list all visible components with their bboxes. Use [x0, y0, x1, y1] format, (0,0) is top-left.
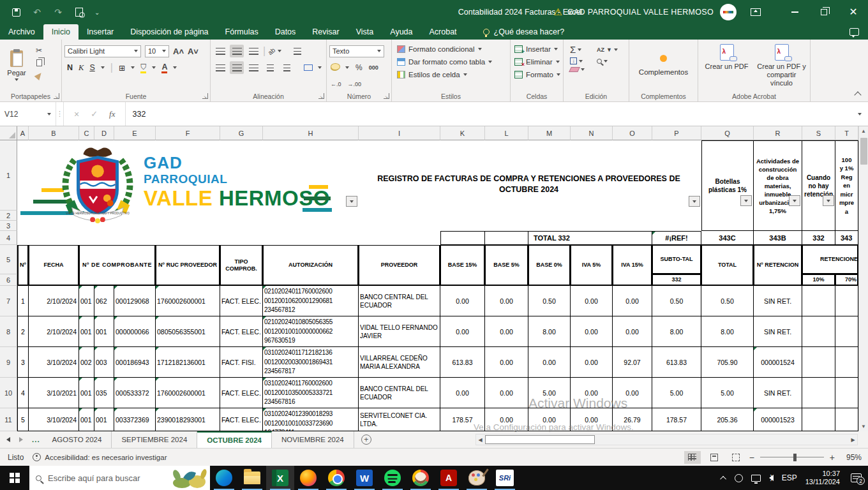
- cell-total[interactable]: 0.50: [701, 286, 754, 316]
- vertical-scrollbar[interactable]: ▲ ▼: [858, 126, 868, 431]
- cell-subtotal[interactable]: 0.50: [652, 286, 701, 316]
- network-icon[interactable]: [751, 475, 761, 482]
- zoom-level[interactable]: 95%: [840, 453, 862, 462]
- cell-iva15[interactable]: 26.79: [613, 408, 652, 431]
- column-t-header-cell[interactable]: 100 y 1% Reg en micr mpre a: [835, 140, 858, 231]
- cell-base15[interactable]: 613.83: [440, 347, 485, 378]
- cell-base5[interactable]: 0.00: [485, 378, 528, 408]
- dialog-launcher-icon[interactable]: [318, 93, 324, 99]
- report-title-cell[interactable]: REGISTRO DE FACTURAS DE COMPRA Y RETENCI…: [359, 140, 701, 231]
- paint-icon[interactable]: [463, 466, 491, 490]
- cell-ruc[interactable]: 1760002600001: [156, 286, 220, 316]
- cell-proveedor[interactable]: SERVITELCONET CIA. LTDA.: [359, 408, 440, 431]
- close-button[interactable]: ✕: [839, 0, 868, 24]
- scrollbar-thumb[interactable]: [485, 435, 595, 444]
- next-sheet-icon[interactable]: [19, 437, 23, 442]
- cell-n-retencion[interactable]: 000001523: [754, 408, 802, 431]
- fill-button[interactable]: ↓: [570, 57, 589, 64]
- cell-total[interactable]: 205.36: [701, 408, 754, 431]
- row-header[interactable]: 5: [0, 245, 17, 274]
- avatar[interactable]: [720, 4, 737, 20]
- addins-button[interactable]: Complementos: [632, 43, 695, 87]
- header-retenciones[interactable]: RETENCIONES: [802, 245, 858, 274]
- cell-343c[interactable]: 343C: [701, 231, 754, 245]
- cell-base5[interactable]: 0.00: [485, 316, 528, 347]
- collapse-ribbon-icon[interactable]: [854, 91, 861, 98]
- tab-insertar[interactable]: Insertar: [79, 24, 122, 40]
- notification-icon[interactable]: 2: [851, 473, 862, 482]
- conditional-formatting-button[interactable]: Formato condicional: [397, 43, 507, 56]
- tab-ayuda[interactable]: Ayuda: [382, 24, 421, 40]
- cell-comp2[interactable]: 001: [94, 408, 114, 431]
- cell-base0[interactable]: 5.00: [528, 378, 571, 408]
- row-header[interactable]: 10: [0, 378, 17, 408]
- align-center-icon[interactable]: [230, 61, 244, 74]
- delete-cells-button[interactable]: ×Eliminar: [514, 56, 560, 68]
- row-header[interactable]: 7: [0, 286, 17, 316]
- scroll-up-icon[interactable]: ▲: [859, 126, 868, 136]
- orientation-icon[interactable]: ab: [267, 46, 277, 56]
- cell-343[interactable]: 343: [835, 231, 858, 245]
- cell-proveedor[interactable]: VILLARREAL CEDEÑO MARIA ALEXANDRA: [359, 347, 440, 378]
- cut-icon[interactable]: ✂: [33, 45, 45, 55]
- row-header[interactable]: 1: [0, 140, 17, 211]
- cell-comp1[interactable]: 002: [79, 347, 94, 378]
- filter-dropdown-icon[interactable]: [689, 196, 700, 207]
- cell-iva5[interactable]: 0.00: [571, 316, 613, 347]
- column-header[interactable]: K: [440, 126, 485, 140]
- cell-base15[interactable]: 178.57: [440, 408, 485, 431]
- cell-empty[interactable]: [802, 408, 835, 431]
- bold-button[interactable]: N: [67, 63, 73, 72]
- filter-dropdown-icon[interactable]: [789, 195, 800, 206]
- header-proveedor[interactable]: PROVEEDOR: [359, 245, 440, 286]
- cell-332[interactable]: 332: [802, 231, 835, 245]
- tab-datos[interactable]: Datos: [267, 24, 304, 40]
- sheet-tab-septiembre[interactable]: SEPTIEMBRE 2024: [112, 431, 197, 448]
- header-n-retencion[interactable]: Nº RETENCION: [754, 245, 802, 286]
- header-base5[interactable]: BASE 5%: [485, 245, 528, 286]
- sri-icon[interactable]: SRi: [491, 466, 519, 490]
- cell-autorizacion[interactable]: 03102024012390018293 0012001001003372369…: [263, 408, 359, 431]
- increase-decimal-icon[interactable]: ←.0: [331, 81, 341, 87]
- excel-icon[interactable]: X: [266, 466, 294, 490]
- acrobat-icon[interactable]: A: [435, 466, 463, 490]
- cell-empty[interactable]: [485, 231, 528, 245]
- header-tipo[interactable]: TIPO COMPROB.: [220, 245, 263, 286]
- cell-base5[interactable]: 0.00: [485, 347, 528, 378]
- align-top-icon[interactable]: [213, 45, 227, 57]
- spotify-icon[interactable]: [378, 466, 407, 490]
- cell-subtotal[interactable]: 5.00: [652, 378, 701, 408]
- cell-total[interactable]: 5.00: [701, 378, 754, 408]
- cell-base0[interactable]: 0.00: [528, 347, 571, 378]
- cell-comp1[interactable]: 001: [79, 286, 94, 316]
- cell-ruc[interactable]: 2390018293001: [156, 408, 220, 431]
- header-iva15[interactable]: IVA 15%: [613, 245, 652, 286]
- decrease-indent-icon[interactable]: [263, 61, 277, 74]
- logo-cell[interactable]: VALLE HERMOSO TURÍSTICO Y PRODUCTIVO GAD…: [17, 140, 359, 231]
- cell-iva15[interactable]: 92.07: [613, 347, 652, 378]
- cell-tipo[interactable]: FACT. ELEC.: [220, 378, 263, 408]
- dialog-launcher-icon[interactable]: [384, 93, 389, 99]
- cell-total[interactable]: 705.90: [701, 347, 754, 378]
- horizontal-scrollbar[interactable]: ◀ ▶: [475, 434, 858, 445]
- accounting-format-icon[interactable]: [331, 65, 339, 71]
- cell-autorizacion[interactable]: 03102024011760002600 0012001035000533372…: [263, 378, 359, 408]
- cell-comp1[interactable]: 001: [79, 408, 94, 431]
- cell-subtotal[interactable]: 178.57: [652, 408, 701, 431]
- start-button[interactable]: [0, 466, 29, 490]
- filter-dropdown-icon[interactable]: [740, 195, 752, 206]
- grow-font-icon[interactable]: A˄: [173, 47, 184, 56]
- header-num[interactable]: Nº: [17, 245, 29, 286]
- cell-ruc[interactable]: 1712182136001: [156, 347, 220, 378]
- header-base0[interactable]: BASE 0%: [528, 245, 571, 286]
- dialog-launcher-icon[interactable]: [54, 93, 59, 99]
- zoom-slider[interactable]: [760, 457, 824, 458]
- cell-iva15[interactable]: 0.00: [613, 378, 652, 408]
- page-layout-view-icon[interactable]: [706, 451, 722, 464]
- minimize-button[interactable]: [780, 0, 809, 24]
- expand-formula-bar-icon[interactable]: [851, 102, 868, 126]
- shrink-font-icon[interactable]: A˅: [188, 47, 198, 56]
- cell-ruc[interactable]: 1760002600001: [156, 378, 220, 408]
- tray-app-icon[interactable]: [735, 474, 743, 482]
- cell-fecha[interactable]: 2/10/2024: [29, 316, 79, 347]
